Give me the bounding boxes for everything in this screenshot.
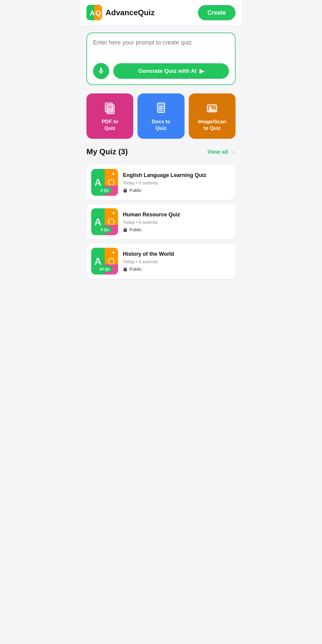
visibility-label-2: Public [129, 266, 142, 272]
image-to-quiz-card[interactable]: Image/Scanto Quiz [189, 93, 236, 139]
lock-icon-1 [123, 227, 128, 232]
image-card-label: Image/Scanto Quiz [198, 118, 226, 132]
quiz-card-2[interactable]: A O ✦ 10 Qs History of the World Today •… [86, 244, 236, 279]
quiz-visibility-1: Public [123, 227, 231, 232]
view-all-label: View all [208, 149, 228, 155]
create-button[interactable]: Create [198, 5, 236, 20]
header: A Q AdvanceQuiz Create [80, 0, 242, 25]
header-left: A Q AdvanceQuiz [86, 5, 155, 20]
svg-text:PDF: PDF [108, 108, 114, 111]
image-icon [205, 102, 219, 115]
sparkle-icon-2: ✦ [111, 249, 116, 256]
prompt-actions: Generate Quiz with AI ▶ [93, 63, 229, 79]
quiz-visibility-0: Public [123, 188, 231, 193]
quiz-info-0: English Language Learning Quiz Today • 0… [123, 172, 231, 193]
quiz-meta-0: Today • 0 submits [123, 180, 231, 185]
pdf-card-label: PDF toQuiz [102, 118, 118, 132]
qs-badge-1: 3 Qs [97, 227, 112, 233]
view-all-arrow-icon: → [230, 149, 236, 155]
quiz-info-1: Human Resource Quiz Today • 0 submits Pu… [123, 211, 231, 232]
svg-text:A: A [90, 9, 95, 17]
quiz-meta-1: Today • 0 submits [123, 220, 231, 225]
prompt-input[interactable] [93, 39, 229, 57]
quiz-name-1: Human Resource Quiz [123, 211, 231, 218]
quiz-list: A O ✦ 2 Qs English Language Learning Qui… [86, 165, 236, 279]
mic-button[interactable] [93, 63, 109, 79]
my-quiz-title: My Quiz (3) [86, 147, 128, 156]
quiz-thumbnail-0: A O ✦ 2 Qs [91, 169, 118, 196]
docs-card-label: Docs toQuiz [152, 118, 170, 132]
qs-badge-0: 2 Qs [97, 187, 112, 193]
sparkle-icon-1: ✦ [111, 210, 116, 217]
pdf-to-quiz-card[interactable]: PDF PDF toQuiz [86, 93, 133, 139]
sparkle-icon-0: ✦ [111, 171, 116, 177]
view-all-link[interactable]: View all → [208, 149, 236, 155]
feature-cards: PDF PDF toQuiz Docs toQuiz [86, 93, 236, 139]
quiz-name-0: English Language Learning Quiz [123, 172, 231, 179]
qs-badge-2: 10 Qs [96, 266, 113, 272]
main-content: Generate Quiz with AI ▶ PDF PDF toQuiz [80, 25, 242, 286]
quiz-visibility-2: Public [123, 266, 231, 272]
quiz-card-1[interactable]: A O ✦ 3 Qs Human Resource Quiz Today • 0… [86, 204, 236, 239]
pdf-icon: PDF [103, 102, 117, 115]
quiz-thumbnail-1: A O ✦ 3 Qs [91, 208, 118, 235]
quiz-card-0[interactable]: A O ✦ 2 Qs English Language Learning Qui… [86, 165, 236, 200]
visibility-label-1: Public [129, 227, 142, 232]
quiz-info-2: History of the World Today • 0 submits P… [123, 251, 231, 272]
quiz-name-2: History of the World [123, 251, 231, 258]
lock-icon-0 [123, 188, 128, 193]
app-title: AdvanceQuiz [106, 8, 155, 17]
svg-rect-12 [157, 103, 165, 113]
quiz-thumbnail-2: A O ✦ 10 Qs [91, 248, 118, 275]
prompt-box: Generate Quiz with AI ▶ [86, 33, 236, 85]
docs-icon [154, 102, 168, 115]
generate-button[interactable]: Generate Quiz with AI ▶ [113, 63, 229, 79]
generate-arrow-icon: ▶ [199, 67, 204, 75]
mic-icon [97, 67, 105, 75]
generate-label: Generate Quiz with AI [138, 68, 197, 74]
docs-to-quiz-card[interactable]: Docs toQuiz [137, 93, 184, 139]
quiz-meta-2: Today • 0 submits [123, 259, 231, 264]
my-quiz-header: My Quiz (3) View all → [86, 147, 236, 156]
svg-text:Q: Q [95, 9, 101, 17]
visibility-label-0: Public [129, 188, 142, 193]
app-logo: A Q [86, 5, 102, 20]
lock-icon-2 [123, 267, 128, 272]
